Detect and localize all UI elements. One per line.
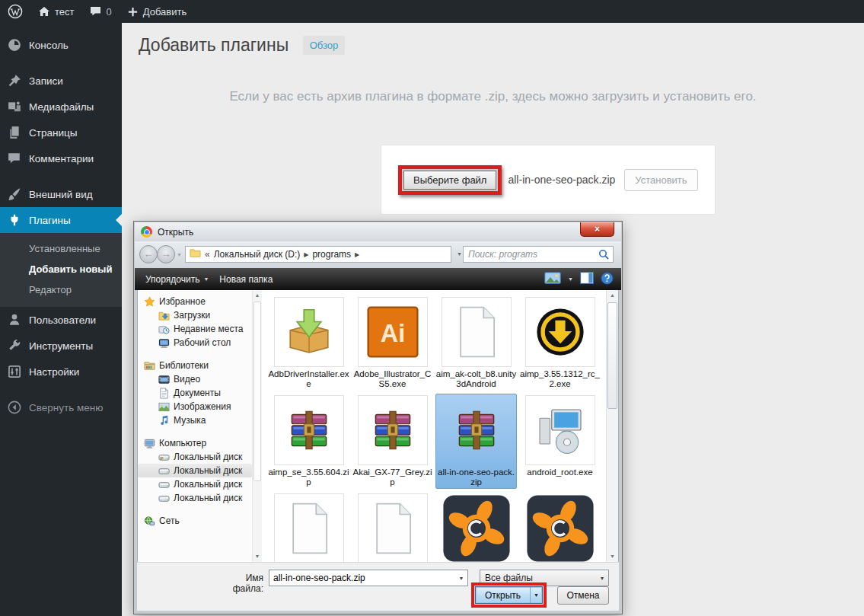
submenu-item[interactable]: Редактор	[0, 279, 122, 300]
help-icon[interactable]	[601, 272, 614, 287]
breadcrumb-segment-folder[interactable]: programs	[312, 249, 351, 260]
organize-menu[interactable]: Упорядочить ▼	[145, 274, 209, 285]
file-item[interactable]: aimp_3.55.1312_rc_2.exe	[519, 295, 601, 391]
tree-item[interactable]: Недавние места	[138, 322, 252, 336]
tree-item[interactable]: Избранное	[138, 295, 252, 308]
sidebar-item-pages[interactable]: Страницы	[0, 120, 122, 145]
media-icon	[8, 100, 22, 114]
forward-button[interactable]: →	[157, 245, 175, 263]
submenu-item[interactable]: Установленные	[0, 238, 122, 259]
comments-menu[interactable]: 0	[82, 0, 120, 23]
file-item[interactable]	[268, 492, 349, 562]
file-item[interactable]: AiAdobe_Illustrator_CS5.exe	[352, 295, 433, 391]
tree-item[interactable]: Документы	[138, 386, 252, 400]
folder-tree: ИзбранноеЗагрузкиНедавние местаРабочий с…	[138, 290, 252, 562]
file-item[interactable]: aimp_se_3.55.604.zip	[268, 394, 349, 489]
breadcrumb-chevron[interactable]: «	[205, 249, 210, 260]
sidebar-item-settings[interactable]: Настройки	[0, 359, 122, 385]
tree-item[interactable]: Компьютер	[138, 436, 252, 450]
tree-item[interactable]: Библиотеки	[138, 359, 252, 372]
file-item[interactable]: AdbDriverInstaller.exe	[268, 295, 349, 391]
winrar-icon	[274, 395, 344, 465]
file-name: Akai_GX-77_Grey.zip	[352, 468, 433, 488]
cancel-button[interactable]: Отмена	[557, 586, 609, 605]
tree-item[interactable]: Локальный диск	[138, 491, 252, 505]
choose-file-button[interactable]: Выберите файл	[403, 171, 496, 190]
scroll-down-icon[interactable]: ▼	[607, 551, 618, 562]
tree-item[interactable]: Рабочий стол	[138, 336, 252, 349]
appearance-icon	[8, 187, 22, 202]
file-item[interactable]: aim_ak-colt_b8.unity3dAndroid	[435, 295, 517, 391]
site-menu[interactable]: тест	[30, 0, 82, 23]
tree-item[interactable]: Локальный диск	[138, 464, 252, 477]
sidebar-item-tools[interactable]: Инструменты	[0, 333, 122, 359]
chevron-down-icon: ▼	[203, 276, 209, 282]
tree-item[interactable]: Видео	[138, 372, 252, 386]
history-dropdown-icon[interactable]: ▼	[177, 252, 182, 257]
sidebar-item-collapse[interactable]: Свернуть меню	[0, 394, 122, 420]
scroll-up-icon[interactable]: ▲	[253, 290, 262, 301]
wordpress-logo-icon[interactable]	[0, 0, 30, 23]
new-folder-button[interactable]: Новая папка	[219, 274, 273, 285]
back-button[interactable]: ←	[139, 245, 158, 263]
dialog-titlebar[interactable]: Открыть	[135, 222, 621, 241]
organize-label: Упорядочить	[145, 274, 199, 285]
tree-item[interactable]: Изображения	[138, 400, 252, 413]
tree-item[interactable]: Локальный диск	[138, 450, 252, 464]
video-icon	[158, 374, 170, 385]
tree-item-label: Избранное	[159, 296, 206, 307]
file-item[interactable]	[352, 492, 433, 562]
filename-input[interactable]	[269, 573, 455, 583]
scroll-down-icon[interactable]: ▼	[253, 551, 262, 562]
sidebar-item-dashboard[interactable]: Консоль	[0, 32, 122, 58]
tree-scrollbar[interactable]: ▲ ▼	[252, 290, 262, 562]
tree-item[interactable]: Музыка	[138, 413, 252, 427]
sidebar-item-pin[interactable]: Записи	[0, 68, 122, 94]
close-button[interactable]: ×	[580, 222, 614, 237]
tree-item[interactable]: Локальный диск	[138, 477, 252, 491]
open-split-button[interactable]: Открыть ▼	[475, 586, 543, 604]
breadcrumb[interactable]: « Локальный диск (D:) ▶ programs ▶	[185, 246, 451, 263]
star-icon	[144, 296, 155, 308]
browse-button[interactable]: Обзор	[303, 36, 346, 55]
views-dropdown-icon[interactable]: ▼	[568, 276, 573, 282]
install-button[interactable]: Установить	[624, 169, 697, 191]
breadcrumb-segment-drive[interactable]: Локальный диск (D:)	[214, 249, 301, 260]
open-dropdown-icon[interactable]: ▼	[530, 587, 542, 603]
submenu-item[interactable]: Добавить новый	[0, 259, 122, 279]
sidebar-item-comments[interactable]: Комментарии	[0, 145, 122, 171]
preview-pane-icon[interactable]	[580, 272, 594, 286]
file-name: android_root.exe	[519, 468, 601, 488]
pin-icon	[8, 74, 22, 88]
recent-places-icon	[158, 324, 170, 335]
scroll-up-icon[interactable]: ▲	[607, 290, 618, 301]
page-title: Добавить плагины	[139, 35, 289, 55]
file-item[interactable]: all-in-one-seo-pack.zip	[435, 394, 517, 489]
search-icon[interactable]	[598, 248, 610, 260]
file-item[interactable]: android_root.exe	[519, 394, 601, 489]
tree-item[interactable]: Сеть	[138, 514, 252, 528]
tree-item-label: Недавние места	[174, 324, 243, 334]
views-icon[interactable]	[544, 272, 561, 286]
file-grid: AdbDriverInstaller.exeAiAdobe_Illustrato…	[262, 290, 606, 562]
sidebar-item-users[interactable]: Пользователи	[0, 307, 122, 333]
tree-item-label: Загрузки	[174, 310, 210, 321]
sidebar-item-plugin[interactable]: Плагины	[0, 207, 122, 233]
files-scroll-thumb[interactable]	[607, 302, 617, 409]
sidebar-item-media[interactable]: Медиафайлы	[0, 94, 122, 120]
tree-item[interactable]: Загрузки	[138, 308, 252, 322]
files-scrollbar[interactable]: ▲ ▼	[606, 290, 618, 562]
file-item[interactable]	[519, 492, 601, 562]
admin-sidebar-menu: КонсольЗаписиМедиафайлыСтраницыКомментар…	[0, 32, 122, 420]
file-item[interactable]: Akai_GX-77_Grey.zip	[352, 394, 433, 489]
file-item[interactable]	[435, 492, 517, 562]
search-input[interactable]	[464, 249, 598, 260]
comment-bubble-icon	[90, 5, 102, 18]
tree-item-label: Сеть	[159, 515, 180, 526]
breadcrumb-separator-icon: ▶	[355, 251, 359, 258]
chevron-down-icon[interactable]: ▼	[455, 576, 467, 581]
tree-scroll-thumb[interactable]	[253, 302, 261, 481]
sidebar-item-appearance[interactable]: Внешний вид	[0, 181, 122, 207]
open-button[interactable]: Открыть	[476, 587, 530, 603]
new-content-menu[interactable]: Добавить	[120, 0, 194, 23]
